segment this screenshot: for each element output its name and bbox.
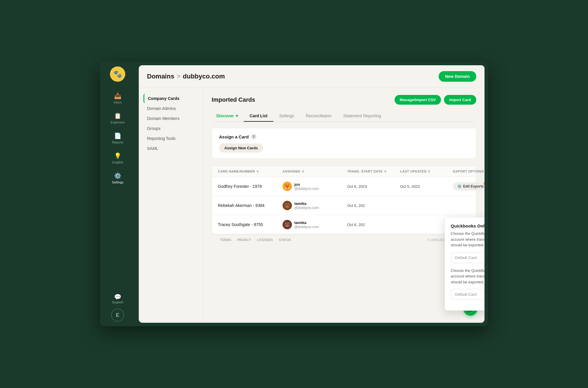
assignee-avatar: 🐻 <box>283 201 292 210</box>
qb-credit-desc: Choose the QuickBooks Online credit card… <box>451 231 485 248</box>
breadcrumb-separator: > <box>177 73 181 80</box>
tab-statement-reporting[interactable]: Statement Reporting <box>337 111 387 122</box>
tabs: Discover ▼ Card List Settings Reconcilia… <box>212 111 476 122</box>
help-icon[interactable]: ? <box>251 134 256 139</box>
footer-licenses-link[interactable]: LICENSES <box>257 238 273 242</box>
main-content: Domains > dubbyco.com New Domain Company… <box>139 65 485 323</box>
edit-exports-wrapper: ⚙️ Edit Exports <box>453 182 485 190</box>
sort-icon[interactable]: ⇅ <box>256 170 259 173</box>
qb-credit-select-wrapper: Default Card ▾ <box>451 252 485 263</box>
export-options-cell: ⚙️ Edit Exports <box>453 182 485 190</box>
col-card-name: CARD NAME/NUMBER ⇅ <box>218 170 283 173</box>
nav-item-reporting-tools[interactable]: Reporting Tools <box>143 134 198 143</box>
header-buttons: Manage/Import CSV Import Card <box>395 95 476 105</box>
nav-item-domain-members[interactable]: Domain Members <box>143 114 198 123</box>
table-row: Tracey Southgate - 8755 🐻 tamika @dubbyc… <box>212 215 476 234</box>
footer-terms-link[interactable]: TERMS <box>220 238 231 242</box>
sidebar-item-inbox[interactable]: 📥 Inbox <box>104 89 131 108</box>
assign-title-text: Assign a Card <box>219 134 249 139</box>
cards-table: CARD NAME/NUMBER ⇅ ASSIGNEE ⇅ TRANS. STA… <box>212 166 476 234</box>
qb-credit-select[interactable]: Default Card <box>451 252 485 263</box>
tab-reconciliation[interactable]: Reconciliation <box>300 111 337 122</box>
assignee-cell: 🐻 tamika @dubbyco.com <box>283 220 347 229</box>
tab-discover[interactable]: Discover ▼ <box>212 111 244 122</box>
sidebar-item-reports[interactable]: 📄 Reports <box>104 129 131 148</box>
assignee-info: jon @dubbyco.com <box>294 182 319 191</box>
sidebar-item-support[interactable]: 💬 Support <box>112 293 123 304</box>
breadcrumb-parent[interactable]: Domains <box>147 73 174 80</box>
tab-card-list[interactable]: Card List <box>244 111 273 122</box>
sidebar-item-expenses[interactable]: 📋 Expenses <box>104 109 131 128</box>
assign-card-section: Assign a Card ? Assign New Cards <box>212 128 476 159</box>
sidebar-item-insights[interactable]: 💡 Insights <box>104 149 131 168</box>
nav-item-groups[interactable]: Groups <box>143 124 198 133</box>
assignee-name: jon <box>294 182 319 187</box>
assign-new-cards-button[interactable]: Assign New Cards <box>219 143 263 153</box>
app-logo[interactable]: 🐾 <box>110 66 125 82</box>
last-updated-cell: Oct 5, 2023 <box>400 184 453 189</box>
assignee-name: tamika <box>294 201 319 206</box>
nav-item-domain-admins[interactable]: Domain Admins <box>143 104 198 113</box>
breadcrumb-current: dubbyco.com <box>183 73 225 80</box>
sidebar-item-label: Reports <box>112 141 123 144</box>
assign-card-title: Assign a Card ? <box>219 134 469 139</box>
import-card-button[interactable]: Import Card <box>444 95 476 105</box>
col-trans-start-date: TRANS. START DATE ⇅ <box>347 170 400 173</box>
nav-item-saml[interactable]: SAML <box>143 144 198 153</box>
col-assignee: ASSIGNEE ⇅ <box>283 170 347 173</box>
trans-start-date-cell: Oct 6, 202 <box>347 203 400 208</box>
assignee-email: @dubbyco.com <box>294 225 319 229</box>
new-domain-button[interactable]: New Domain <box>439 71 476 82</box>
assignee-cell: 🦊 jon @dubbyco.com <box>283 182 347 191</box>
edit-exports-button[interactable]: ⚙️ Edit Exports <box>453 182 485 190</box>
quickbooks-popup: Quickbooks Online Choose the QuickBooks … <box>445 217 485 311</box>
sort-icon[interactable]: ⇅ <box>428 170 430 173</box>
card-name-cell: Godfrey Forester - 1979 <box>218 184 283 189</box>
expenses-icon: 📋 <box>114 112 121 119</box>
breadcrumb: Domains > dubbyco.com <box>147 73 225 80</box>
assignee-info: tamika @dubbyco.com <box>294 201 319 210</box>
support-icon: 💬 <box>114 293 121 300</box>
reports-icon: 📄 <box>114 132 121 139</box>
footer: TERMS PRIVACY LICENSES STATUS © 2008-202… <box>212 234 476 245</box>
tab-discover-label: Discover <box>216 113 234 118</box>
sidebar-item-label: Settings <box>112 180 123 184</box>
col-last-updated: LAST UPDATED ⇅ <box>400 170 453 173</box>
tab-settings[interactable]: Settings <box>273 111 300 122</box>
user-avatar[interactable]: E <box>111 309 124 322</box>
col-export-options: EXPORT OPTIONS <box>453 170 485 173</box>
table-row: Rebekah Akerman - 9384 🐻 tamika @dubbyco… <box>212 196 476 215</box>
footer-links: TERMS PRIVACY LICENSES STATUS <box>220 238 291 242</box>
card-name-cell: Rebekah Akerman - 9384 <box>218 203 283 208</box>
trans-start-date-cell: Oct 6, 2023 <box>347 184 400 189</box>
assignee-avatar: 🦊 <box>283 182 292 191</box>
qb-title: Quickbooks Online <box>451 223 485 228</box>
section-title: Imported Cards <box>212 96 255 103</box>
table-header: CARD NAME/NUMBER ⇅ ASSIGNEE ⇅ TRANS. STA… <box>212 166 476 177</box>
sidebar-item-settings[interactable]: ⚙️ Settings <box>104 169 131 188</box>
section-header: Imported Cards Manage/Import CSV Import … <box>212 95 476 105</box>
sort-icon[interactable]: ⇅ <box>302 170 304 173</box>
assignee-avatar: 🐻 <box>283 220 292 229</box>
avatar-letter: E <box>116 312 119 318</box>
nav-item-company-cards[interactable]: Company Cards <box>143 94 198 103</box>
sidebar-item-label: Inbox <box>114 101 122 104</box>
trans-start-date-cell: Oct 6, 202 <box>347 223 400 227</box>
footer-privacy-link[interactable]: PRIVACY <box>237 238 251 242</box>
sidebar-item-label: Expenses <box>111 121 125 124</box>
assignee-email: @dubbyco.com <box>294 187 319 191</box>
top-bar: Domains > dubbyco.com New Domain <box>139 65 485 88</box>
inbox-icon: 📥 <box>114 92 121 99</box>
right-content: Imported Cards Manage/Import CSV Import … <box>203 88 485 323</box>
assignee-name: tamika <box>294 220 319 225</box>
sort-icon[interactable]: ⇅ <box>384 170 387 173</box>
footer-status-link[interactable]: STATUS <box>279 238 291 242</box>
qb-debit-select[interactable]: Default Card <box>451 289 485 300</box>
qb-debit-select-wrapper: Default Card ▾ <box>451 289 485 300</box>
qb-debit-desc: Choose the QuickBooks Online debit card … <box>451 268 485 285</box>
sidebar: 🐾 📥 Inbox 📋 Expenses 📄 Reports 💡 Insight… <box>100 62 135 326</box>
assignee-email: @dubbyco.com <box>294 206 319 210</box>
insights-icon: 💡 <box>114 152 121 159</box>
manage-import-csv-button[interactable]: Manage/Import CSV <box>395 95 441 105</box>
table-row: Godfrey Forester - 1979 🦊 jon @dubbyco.c… <box>212 177 476 196</box>
